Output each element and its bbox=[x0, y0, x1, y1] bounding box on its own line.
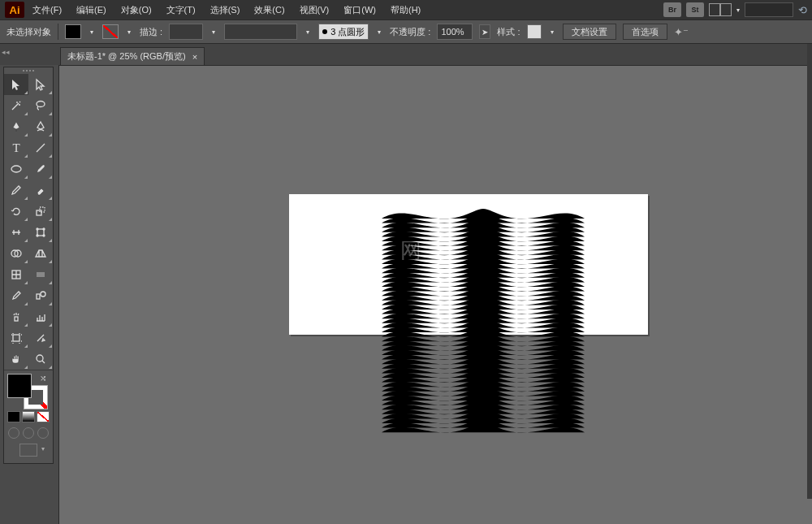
menu-type[interactable]: 文字(T) bbox=[160, 2, 202, 19]
svg-point-1 bbox=[11, 166, 21, 172]
graphic-style-swatch[interactable] bbox=[527, 24, 542, 39]
dropdown-icon[interactable]: ▾ bbox=[736, 6, 740, 14]
fill-stroke-proxy[interactable]: ⤭ bbox=[7, 374, 48, 409]
style-dropdown-icon[interactable]: ▾ bbox=[548, 28, 556, 36]
menu-effect[interactable]: 效果(C) bbox=[248, 2, 291, 19]
menu-edit[interactable]: 编辑(E) bbox=[70, 2, 113, 19]
stroke-dropdown-icon[interactable]: ▾ bbox=[125, 28, 133, 36]
zoom-tool[interactable] bbox=[28, 349, 53, 370]
swap-fill-stroke-icon[interactable]: ⤭ bbox=[40, 374, 46, 383]
draw-normal-icon[interactable] bbox=[8, 427, 19, 439]
stroke-swatch[interactable] bbox=[102, 24, 119, 39]
ellipse-tool[interactable] bbox=[4, 158, 28, 180]
svg-rect-12 bbox=[37, 272, 45, 277]
selection-status: 未选择对象 bbox=[6, 26, 51, 38]
app-logo: Ai bbox=[5, 2, 24, 18]
symbol-sprayer-tool[interactable] bbox=[4, 306, 28, 327]
stroke-weight-label: 描边 : bbox=[140, 26, 162, 38]
shape-builder-tool[interactable] bbox=[4, 243, 28, 264]
pen-tool[interactable] bbox=[4, 116, 28, 137]
rotate-tool[interactable] bbox=[4, 201, 28, 222]
slice-tool[interactable] bbox=[28, 327, 53, 349]
direct-selection-tool[interactable] bbox=[28, 74, 53, 95]
document-setup-button[interactable]: 文档设置 bbox=[563, 24, 616, 40]
stroke-weight-dropdown-icon[interactable]: ▾ bbox=[209, 28, 218, 36]
document-tab-strip: 未标题-1* @ 25% (RGB/预览) × bbox=[0, 44, 812, 65]
style-label: 样式 : bbox=[497, 26, 520, 38]
color-mode-solid[interactable] bbox=[7, 411, 20, 422]
eraser-tool[interactable] bbox=[28, 180, 53, 201]
canvas-area[interactable]: 网 bbox=[58, 65, 812, 524]
pin-icon[interactable]: ✦⁻ bbox=[674, 26, 689, 38]
svg-point-0 bbox=[37, 102, 45, 107]
stock-button[interactable]: St bbox=[686, 2, 704, 17]
scale-tool[interactable] bbox=[28, 201, 53, 222]
control-bar: 未选择对象 ▾ ▾ 描边 : ▾ ▾ 3 点圆形 ▾ 不透明度 : ➤ 样式 :… bbox=[0, 19, 812, 44]
opacity-apply-icon[interactable]: ➤ bbox=[479, 24, 490, 39]
column-graph-tool[interactable] bbox=[28, 306, 53, 327]
curvature-tool[interactable] bbox=[28, 116, 53, 137]
menu-file[interactable]: 文件(F) bbox=[26, 2, 68, 19]
artwork-blend-object bbox=[382, 209, 585, 444]
free-transform-tool[interactable] bbox=[28, 222, 53, 243]
magic-wand-tool[interactable] bbox=[4, 95, 28, 116]
stroke-weight-input[interactable] bbox=[169, 24, 203, 40]
fill-dropdown-icon[interactable]: ▾ bbox=[88, 28, 96, 36]
collapsed-panel-dock[interactable] bbox=[807, 44, 812, 499]
brush-definition[interactable]: 3 点圆形 bbox=[318, 24, 369, 40]
type-tool[interactable]: T bbox=[4, 137, 28, 158]
close-tab-icon[interactable]: × bbox=[192, 52, 197, 62]
brush-dot-icon bbox=[322, 29, 327, 34]
menu-help[interactable]: 帮助(H) bbox=[384, 2, 427, 19]
svg-point-14 bbox=[41, 292, 45, 297]
svg-point-6 bbox=[43, 228, 45, 230]
lasso-tool[interactable] bbox=[28, 95, 53, 116]
brush-dropdown-icon[interactable]: ▾ bbox=[375, 28, 383, 36]
draw-inside-icon[interactable] bbox=[37, 427, 49, 439]
opacity-input[interactable] bbox=[437, 24, 473, 40]
hand-tool[interactable] bbox=[4, 349, 28, 370]
search-input[interactable] bbox=[745, 2, 793, 17]
svg-rect-15 bbox=[15, 317, 18, 321]
svg-rect-16 bbox=[13, 335, 19, 341]
selection-tool[interactable] bbox=[4, 74, 28, 95]
line-tool[interactable] bbox=[28, 137, 53, 158]
artboard-tool[interactable] bbox=[4, 327, 28, 349]
bridge-button[interactable]: Br bbox=[663, 2, 681, 17]
menu-object[interactable]: 对象(O) bbox=[114, 2, 158, 19]
sync-icon[interactable]: ⟲ bbox=[798, 4, 807, 16]
screen-mode-button[interactable] bbox=[19, 444, 37, 457]
color-mode-none[interactable] bbox=[37, 411, 50, 422]
panel-grip[interactable] bbox=[4, 67, 53, 74]
mesh-tool[interactable] bbox=[4, 264, 28, 285]
fill-color-icon[interactable] bbox=[7, 374, 32, 398]
variable-width-profile[interactable] bbox=[224, 24, 297, 40]
svg-rect-13 bbox=[37, 294, 40, 299]
gradient-tool[interactable] bbox=[28, 264, 53, 285]
svg-point-7 bbox=[37, 235, 38, 236]
menu-window[interactable]: 窗口(W) bbox=[337, 2, 382, 19]
draw-behind-icon[interactable] bbox=[23, 427, 34, 439]
tool-panel: T ⤭ bbox=[3, 67, 54, 464]
opacity-label: 不透明度 : bbox=[390, 26, 430, 38]
blend-tool[interactable] bbox=[28, 285, 53, 306]
profile-dropdown-icon[interactable]: ▾ bbox=[304, 28, 312, 36]
svg-rect-2 bbox=[37, 210, 41, 215]
pencil-tool[interactable] bbox=[4, 180, 28, 201]
svg-point-5 bbox=[37, 228, 38, 230]
color-mode-gradient[interactable] bbox=[22, 411, 35, 422]
svg-point-17 bbox=[37, 355, 43, 362]
menu-view[interactable]: 视图(V) bbox=[293, 2, 336, 19]
menu-select[interactable]: 选择(S) bbox=[204, 2, 247, 19]
arrange-documents-icon[interactable] bbox=[709, 3, 732, 16]
svg-point-8 bbox=[43, 235, 45, 236]
document-tab-title: 未标题-1* @ 25% (RGB/预览) bbox=[67, 50, 186, 63]
paintbrush-tool[interactable] bbox=[28, 158, 53, 180]
document-tab[interactable]: 未标题-1* @ 25% (RGB/预览) × bbox=[60, 47, 205, 65]
expand-panels-icon[interactable]: ◂◂ bbox=[2, 48, 10, 56]
perspective-grid-tool[interactable] bbox=[28, 243, 53, 264]
width-tool[interactable] bbox=[4, 222, 28, 243]
fill-swatch[interactable] bbox=[65, 24, 81, 39]
preferences-button[interactable]: 首选项 bbox=[623, 24, 667, 40]
eyedropper-tool[interactable] bbox=[4, 285, 28, 306]
